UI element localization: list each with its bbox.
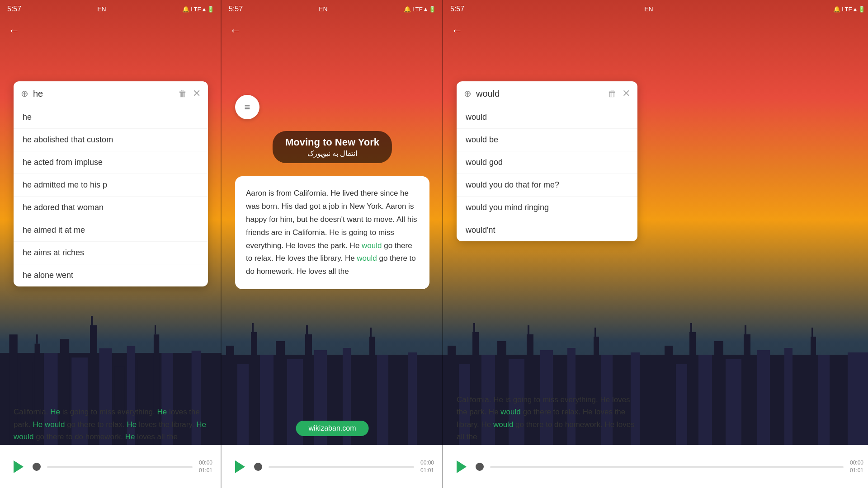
svg-rect-70 <box>772 368 782 445</box>
right-result-2[interactable]: would god <box>457 151 637 174</box>
svg-rect-25 <box>260 355 274 445</box>
svg-rect-23 <box>251 332 257 445</box>
right-result-5[interactable]: would'nt <box>457 219 637 241</box>
left-delete-icon[interactable]: 🗑 <box>178 89 187 99</box>
middle-back-button[interactable]: ← <box>230 23 241 38</box>
left-status-icons: 🔔 LTE▲🔋 <box>182 6 214 13</box>
left-highlight-he-6: He <box>125 432 135 441</box>
svg-rect-9 <box>91 316 93 325</box>
svg-rect-34 <box>369 337 375 445</box>
left-highlight-he-4: He <box>127 420 137 429</box>
left-time-total: 01:01 <box>199 467 212 474</box>
middle-time-current: 00:00 <box>420 459 434 467</box>
right-search-query[interactable]: would <box>476 89 608 99</box>
right-result-1[interactable]: would be <box>457 129 637 151</box>
right-highlight-would-2: would <box>493 420 513 429</box>
middle-panel: 5:57 EN 🔔 LTE▲🔋 ← ≡ Moving to New York ا… <box>222 0 443 488</box>
svg-rect-71 <box>784 348 793 445</box>
left-panel: 5:57 EN 🔔 LTE▲🔋 ← ⊕ he 🗑 ✕ he he abolish… <box>0 0 222 488</box>
right-close-icon[interactable]: ✕ <box>622 88 630 99</box>
svg-rect-21 <box>226 346 234 445</box>
right-search-results: would would be would god would you do th… <box>457 106 637 241</box>
left-back-button[interactable]: ← <box>8 23 20 38</box>
svg-rect-15 <box>155 325 156 334</box>
left-search-header: ⊕ he 🗑 ✕ <box>14 81 208 106</box>
svg-rect-69 <box>757 350 770 445</box>
left-result-2[interactable]: he acted from impluse <box>14 151 208 174</box>
svg-rect-64 <box>698 355 712 445</box>
right-panel: 5:57 EN 🔔 LTE▲🔋 ← ⊕ would 🗑 ✕ would woul… <box>443 0 868 488</box>
left-result-4[interactable]: he adored that woman <box>14 197 208 219</box>
svg-rect-55 <box>594 328 596 337</box>
left-search-card: ⊕ he 🗑 ✕ he he abolished that custom he … <box>14 81 208 286</box>
left-highlight-would-2: would <box>14 432 33 441</box>
svg-rect-68 <box>745 325 746 334</box>
right-delete-icon[interactable]: 🗑 <box>608 89 617 99</box>
right-result-4[interactable]: would you mind ringing <box>457 197 637 219</box>
middle-lang: EN <box>319 5 327 13</box>
svg-rect-73 <box>811 337 816 445</box>
middle-status-icons: 🔔 LTE▲🔋 <box>404 6 436 13</box>
middle-doc-icon-button[interactable]: ≡ <box>235 95 259 119</box>
right-time-current: 00:00 <box>850 459 863 467</box>
right-progress-bar[interactable] <box>490 466 844 468</box>
svg-rect-24 <box>252 323 254 332</box>
middle-time-total: 01:01 <box>420 467 434 474</box>
right-progress-knob[interactable] <box>476 463 484 471</box>
svg-rect-49 <box>528 325 529 334</box>
right-highlight-would-1: would <box>500 408 520 416</box>
right-back-button[interactable]: ← <box>451 23 463 38</box>
middle-wikizaban-text: wikizaban.com <box>309 424 356 432</box>
left-result-7[interactable]: he alone went <box>14 264 208 286</box>
left-play-icon <box>14 460 24 473</box>
left-progress-bar[interactable] <box>47 466 193 468</box>
right-play-button[interactable] <box>452 458 469 475</box>
left-time-current: 00:00 <box>199 459 212 467</box>
left-progress-knob[interactable] <box>33 463 41 471</box>
svg-rect-75 <box>818 355 830 445</box>
right-play-icon <box>457 460 467 473</box>
left-search-query[interactable]: he <box>33 89 178 99</box>
left-search-results: he he abolished that custom he acted fro… <box>14 106 208 286</box>
svg-rect-60 <box>665 346 673 445</box>
svg-rect-29 <box>306 325 308 334</box>
right-result-0[interactable]: would <box>457 106 637 129</box>
left-close-icon[interactable]: ✕ <box>193 88 201 99</box>
svg-rect-72 <box>795 361 808 445</box>
svg-rect-22 <box>237 364 249 445</box>
right-time: 5:57 <box>450 5 464 13</box>
left-result-3[interactable]: he admitted me to his p <box>14 174 208 197</box>
left-body-text: California. He is going to miss everythi… <box>14 406 208 443</box>
right-body-text: California. He is going to miss everythi… <box>457 394 637 443</box>
svg-rect-66 <box>726 359 741 445</box>
left-audio-player: 00:00 01:01 <box>0 445 222 488</box>
svg-rect-63 <box>690 323 692 332</box>
left-highlight-he-5: He <box>196 420 206 429</box>
middle-progress-bar[interactable] <box>269 466 414 468</box>
left-result-6[interactable]: he aims at riches <box>14 242 208 264</box>
svg-rect-38 <box>408 352 417 445</box>
right-move-icon: ⊕ <box>464 88 472 99</box>
middle-play-button[interactable] <box>231 458 248 475</box>
middle-play-icon <box>235 460 245 473</box>
svg-rect-76 <box>832 366 846 445</box>
svg-rect-26 <box>276 341 285 445</box>
left-result-0[interactable]: he <box>14 106 208 129</box>
left-result-5[interactable]: he aimed it at me <box>14 219 208 242</box>
middle-would-1: would <box>362 241 382 250</box>
svg-rect-74 <box>811 328 813 337</box>
left-result-1[interactable]: he abolished that custom <box>14 129 208 151</box>
right-result-3[interactable]: would you do that for me? <box>457 174 637 197</box>
right-time-info: 00:00 01:01 <box>850 459 863 474</box>
left-highlight-he-1: He <box>50 408 60 416</box>
left-divider <box>221 0 222 488</box>
middle-progress-knob[interactable] <box>254 463 262 471</box>
left-status-bar: 5:57 EN 🔔 LTE▲🔋 <box>0 0 222 18</box>
left-play-button[interactable] <box>9 458 26 475</box>
middle-time: 5:57 <box>229 5 243 13</box>
svg-rect-35 <box>370 328 372 337</box>
svg-rect-67 <box>744 334 750 445</box>
middle-wikizaban-badge: wikizaban.com <box>296 421 369 436</box>
svg-rect-37 <box>391 366 405 445</box>
right-lang: EN <box>644 5 653 13</box>
